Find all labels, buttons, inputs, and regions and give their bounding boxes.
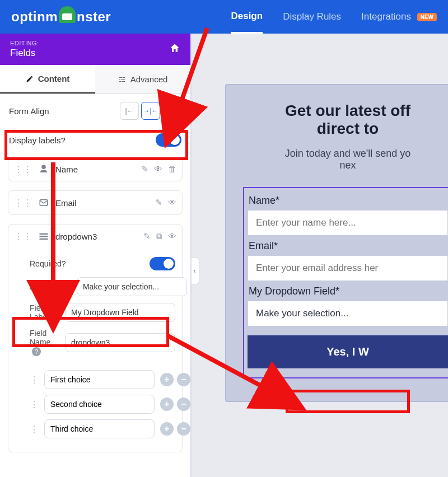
- tab-content[interactable]: Content: [0, 65, 95, 93]
- form-align-row: Form Align |← →|← →|: [0, 94, 190, 128]
- align-left-button[interactable]: |←: [120, 102, 139, 120]
- edit-icon[interactable]: ✎: [141, 164, 148, 174]
- mail-icon: [38, 197, 50, 209]
- preview-card: Get our latest offdirect to Join today a…: [225, 84, 448, 402]
- align-center-button[interactable]: →|←: [141, 102, 160, 120]
- tab-advanced[interactable]: Advanced: [95, 65, 190, 93]
- remove-choice-button[interactable]: −: [177, 373, 190, 386]
- field-label-input[interactable]: [65, 303, 175, 322]
- nav-integrations[interactable]: Integrations NEW: [361, 1, 437, 32]
- add-choice-button[interactable]: +: [160, 422, 174, 436]
- field-title-dropdown3: dropdown3: [55, 232, 138, 241]
- add-choice-button[interactable]: +: [160, 398, 174, 411]
- nav-display-rules[interactable]: Display Rules: [283, 1, 341, 32]
- form-align-label: Form Align: [9, 106, 49, 116]
- field-item-dropdown3: ⋮⋮ dropdown3 ✎ ⧉ 👁 Required? Placeholder: [8, 224, 183, 452]
- display-labels-label: Display labels?: [9, 135, 66, 145]
- app-header: optinm nster Design Display Rules Integr…: [0, 0, 448, 34]
- preview-dropdown-label: My Dropdown Field*: [249, 286, 447, 297]
- editing-sub: EDITING:: [10, 40, 39, 46]
- preview-form[interactable]: Name* Email* My Dropdown Field* Make you…: [243, 187, 448, 378]
- top-nav: Design Display Rules Integrations NEW: [231, 1, 437, 34]
- tab-content-label: Content: [38, 74, 70, 83]
- sidebar: EDITING: Fields Content Advanced Form Al…: [0, 34, 190, 477]
- preview-heading: Get our latest offdirect to: [243, 102, 448, 138]
- brand-logo: optinm nster: [11, 8, 111, 25]
- preview-email-label: Email*: [249, 240, 447, 252]
- logo-text-post: nster: [77, 9, 111, 25]
- choice-row: ⋮ +−: [30, 419, 175, 438]
- nav-design[interactable]: Design: [231, 1, 263, 34]
- sliders-icon: [118, 76, 126, 83]
- list-icon: [38, 230, 50, 242]
- display-labels-toggle[interactable]: [156, 133, 181, 147]
- required-label: Required?: [30, 259, 66, 268]
- side-tabs: Content Advanced: [0, 65, 190, 94]
- new-badge: NEW: [417, 13, 437, 21]
- canvas: ‹ Get our latest offdirect to Join today…: [190, 34, 448, 477]
- editing-title: Fields: [10, 48, 39, 59]
- collapse-sidebar-button[interactable]: ‹: [190, 258, 199, 284]
- help-icon[interactable]: ?: [32, 347, 41, 356]
- editing-banner: EDITING: Fields: [0, 34, 190, 65]
- pencil-icon: [26, 75, 34, 83]
- mascot-icon: [59, 6, 76, 23]
- choice-row: ⋮ +−: [30, 370, 175, 389]
- tab-advanced-label: Advanced: [130, 74, 168, 84]
- drag-handle-icon[interactable]: ⋮⋮: [14, 231, 32, 242]
- preview-dropdown[interactable]: Make your selection...: [248, 301, 448, 326]
- placeholder-input[interactable]: [77, 277, 187, 296]
- field-label-label: Field Label: [30, 303, 59, 321]
- required-toggle[interactable]: [150, 257, 175, 270]
- edit-icon[interactable]: ✎: [155, 198, 162, 208]
- preview-email-input[interactable]: [248, 255, 448, 281]
- svg-rect-2: [40, 236, 48, 237]
- drag-handle-icon[interactable]: ⋮: [30, 375, 39, 385]
- preview-cta-button[interactable]: Yes, I W: [248, 335, 448, 368]
- add-choice-button[interactable]: +: [160, 373, 174, 386]
- field-name-input[interactable]: [65, 333, 175, 352]
- drag-handle-icon[interactable]: ⋮: [30, 399, 39, 410]
- field-name-label: Field Name?: [30, 329, 59, 356]
- align-right-button[interactable]: →|: [162, 102, 181, 120]
- copy-icon[interactable]: ⧉: [156, 231, 162, 241]
- eye-icon[interactable]: 👁: [168, 231, 176, 241]
- remove-choice-button[interactable]: −: [177, 422, 190, 436]
- drag-handle-icon[interactable]: ⋮: [30, 424, 39, 434]
- preview-name-label: Name*: [249, 195, 447, 207]
- field-item-email[interactable]: ⋮⋮ Email ✎ 👁: [8, 190, 183, 215]
- logo-text-pre: optinm: [11, 9, 58, 25]
- svg-rect-3: [40, 238, 48, 240]
- drag-handle-icon[interactable]: ⋮⋮: [14, 198, 32, 208]
- person-icon: [38, 163, 50, 175]
- svg-rect-1: [40, 233, 48, 235]
- placeholder-label: Placeholder: [30, 282, 71, 291]
- trash-icon[interactable]: 🗑: [168, 164, 176, 174]
- eye-icon[interactable]: 👁: [168, 198, 176, 208]
- preview-name-input[interactable]: [248, 210, 448, 236]
- drag-handle-icon[interactable]: ⋮⋮: [14, 164, 32, 175]
- field-title-email: Email: [55, 198, 150, 208]
- field-item-name[interactable]: ⋮⋮ Name ✎ 👁 🗑: [8, 157, 183, 181]
- edit-icon[interactable]: ✎: [143, 231, 151, 241]
- home-icon[interactable]: [169, 43, 180, 57]
- choice-input-1[interactable]: [44, 370, 155, 389]
- display-labels-row: Display labels?: [0, 128, 190, 152]
- nav-integrations-label: Integrations: [361, 11, 411, 22]
- eye-icon[interactable]: 👁: [154, 164, 162, 174]
- remove-choice-button[interactable]: −: [177, 398, 190, 411]
- choice-input-3[interactable]: [44, 419, 155, 438]
- preview-subtext: Join today and we'll send yonex: [243, 148, 448, 171]
- choice-input-2[interactable]: [44, 395, 155, 414]
- field-title-name: Name: [55, 165, 136, 174]
- choice-row: ⋮ +−: [30, 395, 175, 414]
